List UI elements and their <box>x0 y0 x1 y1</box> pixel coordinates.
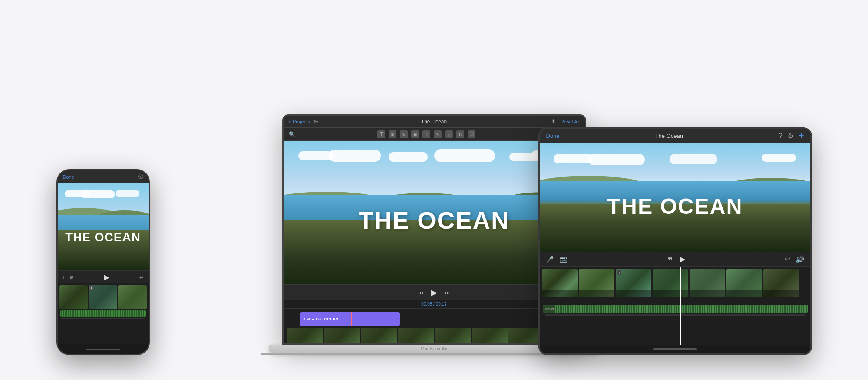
iphone-done-button[interactable]: Done <box>63 174 74 180</box>
ipad-cloud-1 <box>554 154 593 163</box>
new-project-icon[interactable]: ⊕ <box>314 118 318 125</box>
ipad-thumbs-row: T <box>542 269 809 300</box>
ipad-top-bar: Done The Ocean ? ⚙ + <box>540 129 810 143</box>
ipad-thumb-6 <box>726 269 762 297</box>
ipad-thumb-6-wave <box>726 290 762 297</box>
ipad-undo-icon[interactable]: ↩ <box>785 255 790 263</box>
reset-all-button[interactable]: Reset All <box>561 119 579 124</box>
iphone-clip-1 <box>59 285 88 309</box>
ipad-help-icon[interactable]: ? <box>779 132 782 140</box>
iphone-water <box>58 215 149 230</box>
ipad-skip-start-button[interactable]: ⏮ <box>667 254 673 264</box>
ipad-thumb-4-wave <box>653 290 688 297</box>
iphone-clip-2: T <box>89 285 117 309</box>
iphone-target-icon[interactable]: ⊕ <box>69 274 74 280</box>
thumb-4 <box>398 328 434 343</box>
back-button[interactable]: < Projects <box>289 119 310 124</box>
cloud-1 <box>298 151 333 160</box>
timeline-track: 4.9s – THE OCEAN <box>287 312 581 326</box>
iphone-timeline: T <box>58 283 149 344</box>
video-tool-icon[interactable]: ▣ <box>411 130 419 138</box>
iphone-play-button[interactable]: ▶ <box>104 273 109 281</box>
shape-tool-icon[interactable]: △ <box>445 130 453 138</box>
iphone-clip-row: T <box>59 285 147 309</box>
ipad-thumb-5-wave <box>690 290 725 297</box>
ipad-playhead <box>680 267 681 345</box>
timeline-clip[interactable]: 4.9s – THE OCEAN <box>300 312 400 326</box>
ipad-thumb-3-badge: T <box>617 270 622 275</box>
ipad-settings-icon[interactable]: ⚙ <box>788 132 794 140</box>
iphone-home-bar <box>58 344 149 354</box>
ipad-clouds <box>540 154 810 173</box>
thumb-6 <box>472 328 508 343</box>
ipad-timeline: T <box>540 267 810 345</box>
play-button[interactable]: ▶ <box>431 288 437 297</box>
ipad-cloud-3 <box>670 154 717 164</box>
ipad-thumb-2-wave <box>579 290 614 297</box>
iphone-scrollbar[interactable] <box>61 318 145 319</box>
macbook-window-title: The Ocean <box>421 119 447 125</box>
ipad-left-controls: 🎤 📷 <box>546 256 567 263</box>
ipad-camera-icon[interactable]: 📷 <box>560 256 567 263</box>
ipad-audio-label: Travel <box>543 307 556 311</box>
circle-tool-icon[interactable]: ◉ <box>389 130 396 138</box>
timeline-time-display: 00:08 / 00:17 <box>421 302 446 307</box>
macbook-titlebar: < Projects ⊕ ↓ The Ocean ⬆ Reset All <box>284 116 585 128</box>
ipad-mic-icon[interactable]: 🎤 <box>546 256 554 263</box>
ipad-thumb-7-wave <box>763 290 799 297</box>
color-tool-icon[interactable]: ◐ <box>456 130 464 138</box>
iphone-controls: + ⊕ ▶ ↩ <box>58 270 149 283</box>
iphone-top-bar: Done ⓘ <box>58 170 149 183</box>
ipad-title: The Ocean <box>655 133 683 139</box>
ipad-cloud-4 <box>762 154 796 162</box>
thumb-1 <box>287 328 323 343</box>
ipad-done-button[interactable]: Done <box>546 133 560 139</box>
ipad-center-controls: ⏮ ▶ <box>667 254 686 264</box>
iphone-title-badge: T <box>89 286 93 290</box>
ipad-device: Done The Ocean ? ⚙ + <box>538 127 812 355</box>
ipad-thumb-5 <box>690 269 725 297</box>
iphone-clip-3 <box>118 285 147 309</box>
macbook-model-label: MacBook Air <box>421 346 448 351</box>
ipad-video-title: THE OCEAN <box>540 194 810 219</box>
iphone-undo-icon[interactable]: ↩ <box>139 274 144 280</box>
macbook-titlebar-right: ⬆ Reset All <box>551 118 579 125</box>
iphone-preview: THE OCEAN <box>58 183 149 270</box>
ipad-thumb-1 <box>542 269 578 297</box>
ipad-top-actions: ? ⚙ + <box>779 131 804 141</box>
download-icon[interactable]: ↓ <box>322 118 325 125</box>
share-icon[interactable]: ⬆ <box>551 118 556 125</box>
ipad-thumb-3-wave <box>616 290 651 297</box>
timeline-thumbnails <box>287 328 581 343</box>
iphone-right-controls: ↩ <box>139 274 144 280</box>
ipad-add-icon[interactable]: + <box>799 131 804 141</box>
wave-tool-icon[interactable]: ∿ <box>434 130 442 138</box>
thumb-2 <box>324 328 360 343</box>
rewind-button[interactable]: ⏮ <box>418 289 424 296</box>
thumb-3 <box>361 328 397 343</box>
ipad-audio-wave <box>555 305 807 313</box>
ipad-thumb-2 <box>579 269 614 297</box>
iphone-info-icon[interactable]: ⓘ <box>138 173 143 180</box>
cloud-2 <box>329 150 381 162</box>
iphone-left-controls: + ⊕ <box>62 274 74 280</box>
iphone-device: Done ⓘ THE OCEAN + ⊕ <box>56 169 150 355</box>
music-tool-icon[interactable]: ♫ <box>422 130 430 138</box>
info-tool-icon[interactable]: ⓘ <box>468 130 475 138</box>
ipad-timeline-gap <box>542 301 809 305</box>
ipad-cloud-2 <box>588 154 645 165</box>
forward-button[interactable]: ⏭ <box>444 289 450 296</box>
iphone-add-button[interactable]: + <box>62 274 65 280</box>
ipad-thumb-7 <box>763 269 799 297</box>
ipad-thumb-3: T <box>616 269 651 297</box>
cloud-3 <box>389 152 428 162</box>
search-icon[interactable]: 🔍 <box>289 131 295 137</box>
grid-tool-icon[interactable]: ⊞ <box>400 130 408 138</box>
text-tool-icon[interactable]: T <box>377 130 385 138</box>
iphone-home-indicator <box>86 349 120 350</box>
ipad-play-button[interactable]: ▶ <box>680 254 686 264</box>
ipad-audio-icon[interactable]: 🔊 <box>795 255 804 263</box>
ipad-thumb-1-wave <box>542 290 578 297</box>
ipad-scrollbar[interactable] <box>545 314 806 316</box>
iphone-ocean-scene: THE OCEAN <box>58 183 149 270</box>
